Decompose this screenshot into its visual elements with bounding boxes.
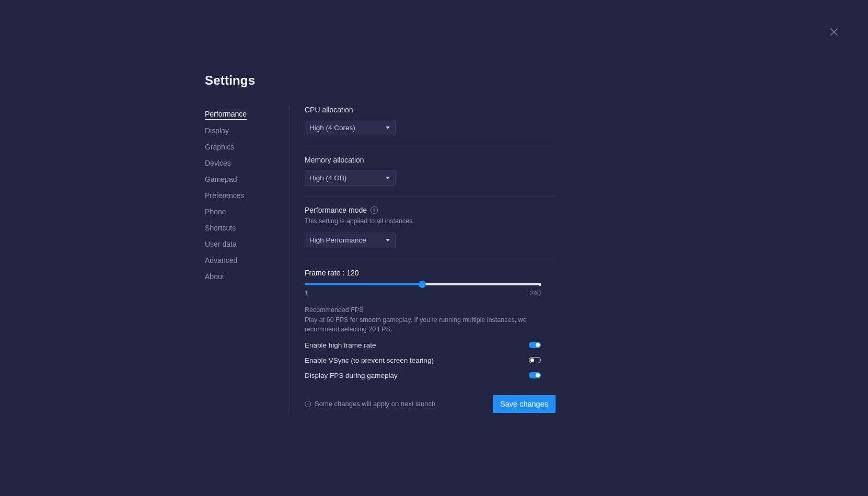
display-fps-toggle[interactable] [529, 372, 541, 378]
enable-vsync-toggle[interactable] [529, 357, 541, 363]
help-icon[interactable]: ? [371, 206, 378, 214]
frame-rate-label: Frame rate : 120 [305, 269, 555, 277]
page-title: Settings [205, 73, 555, 88]
cpu-allocation-group: CPU allocation High (4 Cores) [305, 106, 555, 146]
frame-rate-slider[interactable] [305, 283, 541, 285]
performance-mode-value: High Performance [309, 236, 366, 244]
sidebar-item-devices[interactable]: Devices [205, 156, 231, 170]
memory-allocation-select[interactable]: High (4 GB) [305, 170, 396, 186]
sidebar-item-shortcuts[interactable]: Shortcuts [205, 221, 236, 235]
cpu-allocation-select[interactable]: High (4 Cores) [305, 120, 396, 135]
frame-rate-group: Frame rate : 120 1 240 Recommended FPS P… [305, 269, 555, 379]
sidebar-item-advanced[interactable]: Advanced [205, 253, 237, 267]
frame-rate-min: 1 [305, 290, 308, 297]
display-fps-label: Display FPS during gameplay [305, 372, 398, 379]
close-button[interactable] [827, 25, 841, 39]
chevron-down-icon [386, 239, 390, 241]
enable-high-frame-rate-label: Enable high frame rate [305, 341, 376, 349]
save-changes-button[interactable]: Save changes [493, 395, 555, 413]
cpu-allocation-value: High (4 Cores) [309, 124, 355, 132]
memory-allocation-group: Memory allocation High (4 GB) [305, 156, 555, 197]
sidebar-item-gamepad[interactable]: Gamepad [205, 172, 237, 186]
chevron-down-icon [386, 126, 390, 129]
sidebar-item-user-data[interactable]: User data [205, 237, 237, 251]
settings-footer: i Some changes will apply on next launch… [305, 395, 555, 413]
info-icon: i [305, 401, 311, 407]
settings-panel: Settings PerformanceDisplayGraphicsDevic… [0, 0, 555, 413]
restart-notice: i Some changes will apply on next launch [305, 400, 435, 408]
sidebar-item-about[interactable]: About [205, 270, 224, 283]
enable-high-frame-rate-toggle[interactable] [529, 342, 541, 348]
frame-rate-max: 240 [530, 290, 541, 297]
performance-mode-group: Performance mode ? This setting is appli… [305, 206, 555, 259]
chevron-down-icon [386, 177, 390, 179]
settings-sidebar: PerformanceDisplayGraphicsDevicesGamepad… [205, 106, 290, 286]
slider-thumb[interactable] [419, 281, 426, 288]
performance-mode-select[interactable]: High Performance [305, 233, 396, 248]
sidebar-item-preferences[interactable]: Preferences [205, 189, 244, 202]
recommended-fps-text: Play at 60 FPS for smooth gameplay. If y… [305, 315, 541, 334]
close-icon [830, 28, 838, 36]
performance-mode-sublabel: This setting is applied to all instances… [305, 217, 555, 226]
sidebar-item-graphics[interactable]: Graphics [205, 140, 234, 154]
sidebar-item-display[interactable]: Display [205, 124, 229, 137]
performance-mode-label: Performance mode [305, 206, 367, 214]
recommended-fps-title: Recommended FPS [305, 306, 555, 314]
enable-vsync-label: Enable VSync (to prevent screen tearing) [305, 356, 434, 364]
memory-allocation-label: Memory allocation [305, 156, 364, 164]
settings-content: CPU allocation High (4 Cores) Memory all… [290, 106, 555, 413]
cpu-allocation-label: CPU allocation [305, 106, 353, 114]
sidebar-item-performance[interactable]: Performance [205, 107, 247, 120]
sidebar-item-phone[interactable]: Phone [205, 205, 226, 218]
memory-allocation-value: High (4 GB) [309, 174, 346, 182]
